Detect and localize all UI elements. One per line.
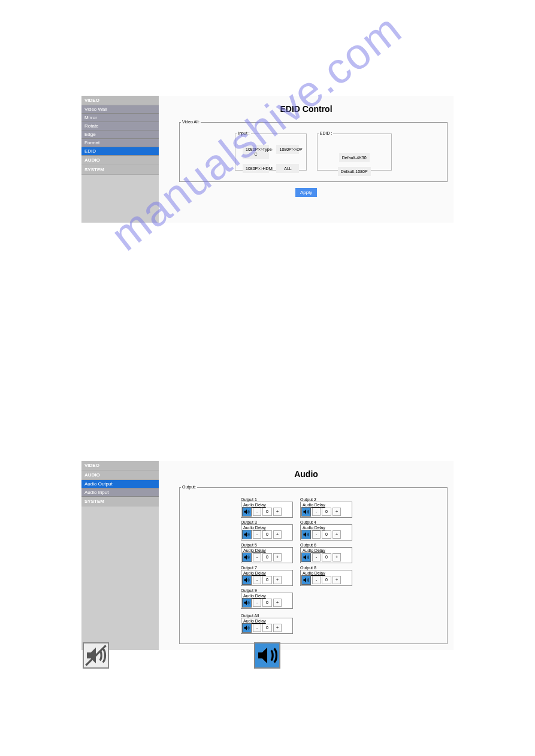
sidebar-item-format[interactable]: Format bbox=[81, 139, 159, 147]
sidebar-header-audio[interactable]: AUDIO bbox=[81, 470, 159, 480]
plus-button[interactable]: + bbox=[333, 530, 341, 539]
audio-screen: VIDEO AUDIO Audio Output Audio Input SYS… bbox=[81, 461, 454, 650]
delay-value[interactable]: 0 bbox=[262, 553, 272, 561]
output-box: Audio Delay-0+ bbox=[241, 618, 293, 634]
content-area: EDID Control Video All: Input : 1080P>>T… bbox=[159, 96, 454, 223]
sidebar: VIDEO AUDIO Audio Output Audio Input SYS… bbox=[81, 461, 159, 650]
delay-value[interactable]: 0 bbox=[262, 576, 272, 584]
sidebar-item-video-wall[interactable]: Video Wall bbox=[81, 105, 159, 114]
output-block: Output 4Audio Delay-0+ bbox=[300, 520, 352, 541]
audio-delay-label: Audio Delay bbox=[242, 594, 292, 598]
minus-button[interactable]: - bbox=[312, 576, 321, 584]
speaker-icon[interactable] bbox=[301, 530, 311, 539]
plus-button[interactable]: + bbox=[273, 624, 282, 632]
speaker-icon[interactable] bbox=[301, 575, 311, 585]
input-all-button[interactable]: ALL bbox=[276, 164, 299, 173]
plus-button[interactable]: + bbox=[333, 576, 341, 584]
output-block: Output 9Audio Delay-0+ bbox=[241, 588, 293, 609]
speaker-icon[interactable] bbox=[242, 623, 252, 633]
audio-delay-label: Audio Delay bbox=[301, 526, 351, 530]
output-block: Output 2Audio Delay-0+ bbox=[300, 497, 352, 518]
speaker-icon[interactable] bbox=[242, 507, 252, 517]
edid-control-screen: VIDEO Video Wall Mirror Rotate Edge Form… bbox=[81, 96, 454, 223]
minus-button[interactable]: - bbox=[312, 553, 321, 561]
sidebar-header-video[interactable]: VIDEO bbox=[81, 96, 159, 105]
minus-button[interactable]: - bbox=[253, 576, 261, 584]
audio-delay-label: Audio Delay bbox=[242, 503, 292, 507]
plus-button[interactable]: + bbox=[273, 599, 282, 607]
sidebar-item-edid[interactable]: EDID bbox=[81, 147, 159, 156]
output-label: Output 6 bbox=[300, 543, 352, 547]
output-box: Audio Delay-0+ bbox=[241, 502, 293, 518]
output-block: Output 8Audio Delay-0+ bbox=[300, 566, 352, 586]
output-box: Audio Delay-0+ bbox=[241, 593, 293, 609]
plus-button[interactable]: + bbox=[273, 576, 282, 584]
sidebar-header-video[interactable]: VIDEO bbox=[81, 461, 159, 470]
audio-delay-label: Audio Delay bbox=[301, 548, 351, 552]
video-all-fieldset: Video All: Input : 1080P>>Type-C 1080P>>… bbox=[179, 122, 448, 182]
speaker-icon[interactable] bbox=[242, 598, 252, 608]
delay-value[interactable]: 0 bbox=[262, 530, 272, 539]
audio-delay-label: Audio Delay bbox=[242, 619, 292, 623]
input-hdmi-button[interactable]: 1080P>>HDMI bbox=[243, 164, 269, 173]
page-title: EDID Control bbox=[159, 96, 454, 122]
output-legend: Output: bbox=[181, 485, 197, 489]
input-legend: Input : bbox=[237, 131, 250, 135]
plus-button[interactable]: + bbox=[273, 553, 282, 561]
plus-button[interactable]: + bbox=[333, 553, 341, 561]
speaker-icon[interactable] bbox=[242, 575, 252, 585]
delay-value[interactable]: 0 bbox=[322, 508, 331, 516]
output-label: Output 1 bbox=[241, 497, 293, 502]
edid-1080p-button[interactable]: Default-1080P bbox=[338, 167, 371, 176]
sidebar-item-edge[interactable]: Edge bbox=[81, 130, 159, 139]
minus-button[interactable]: - bbox=[312, 508, 321, 516]
sidebar: VIDEO Video Wall Mirror Rotate Edge Form… bbox=[81, 96, 159, 223]
output-box: Audio Delay-0+ bbox=[241, 547, 293, 563]
sidebar-header-audio[interactable]: AUDIO bbox=[81, 156, 159, 165]
minus-button[interactable]: - bbox=[253, 530, 261, 539]
output-label: Output All bbox=[241, 614, 293, 618]
output-label: Output 7 bbox=[241, 566, 293, 570]
minus-button[interactable]: - bbox=[253, 553, 261, 561]
page-title: Audio bbox=[159, 461, 454, 487]
sidebar-item-rotate[interactable]: Rotate bbox=[81, 122, 159, 130]
audio-delay-label: Audio Delay bbox=[242, 571, 292, 575]
apply-button[interactable]: Apply bbox=[295, 188, 317, 197]
output-box: Audio Delay-0+ bbox=[300, 502, 352, 518]
speaker-muted-icon bbox=[83, 642, 109, 669]
output-label: Output 3 bbox=[241, 520, 293, 524]
minus-button[interactable]: - bbox=[253, 508, 261, 516]
speaker-on-icon bbox=[254, 642, 280, 669]
output-block: Output 1Audio Delay-0+ bbox=[241, 497, 293, 518]
output-fieldset: Output: Output 1Audio Delay-0+Output 2Au… bbox=[179, 487, 448, 644]
delay-value[interactable]: 0 bbox=[322, 530, 331, 539]
edid-4k30-button[interactable]: Default-4K30 bbox=[339, 153, 370, 162]
plus-button[interactable]: + bbox=[273, 508, 282, 516]
delay-value[interactable]: 0 bbox=[262, 508, 272, 516]
sidebar-item-audio-output[interactable]: Audio Output bbox=[81, 480, 159, 488]
delay-value[interactable]: 0 bbox=[322, 576, 331, 584]
speaker-icon[interactable] bbox=[242, 552, 252, 562]
minus-button[interactable]: - bbox=[312, 530, 321, 539]
delay-value[interactable]: 0 bbox=[262, 599, 272, 607]
plus-button[interactable]: + bbox=[273, 530, 282, 539]
speaker-icon[interactable] bbox=[301, 552, 311, 562]
delay-value[interactable]: 0 bbox=[262, 624, 272, 632]
sidebar-header-system[interactable]: SYSTEM bbox=[81, 497, 159, 506]
plus-button[interactable]: + bbox=[333, 508, 341, 516]
output-box: Audio Delay-0+ bbox=[300, 547, 352, 563]
output-label: Output 4 bbox=[300, 520, 352, 524]
minus-button[interactable]: - bbox=[253, 599, 261, 607]
sidebar-item-audio-input[interactable]: Audio Input bbox=[81, 488, 159, 497]
sidebar-header-system[interactable]: SYSTEM bbox=[81, 165, 159, 175]
speaker-icon[interactable] bbox=[301, 507, 311, 517]
audio-delay-label: Audio Delay bbox=[301, 571, 351, 575]
output-label: Output 9 bbox=[241, 588, 293, 593]
input-typec-button[interactable]: 1080P>>Type-C bbox=[243, 145, 269, 159]
minus-button[interactable]: - bbox=[253, 624, 261, 632]
speaker-icon[interactable] bbox=[242, 530, 252, 539]
audio-delay-label: Audio Delay bbox=[301, 503, 351, 507]
input-dp-button[interactable]: 1080P>>DP bbox=[276, 145, 299, 154]
delay-value[interactable]: 0 bbox=[322, 553, 331, 561]
sidebar-item-mirror[interactable]: Mirror bbox=[81, 114, 159, 122]
